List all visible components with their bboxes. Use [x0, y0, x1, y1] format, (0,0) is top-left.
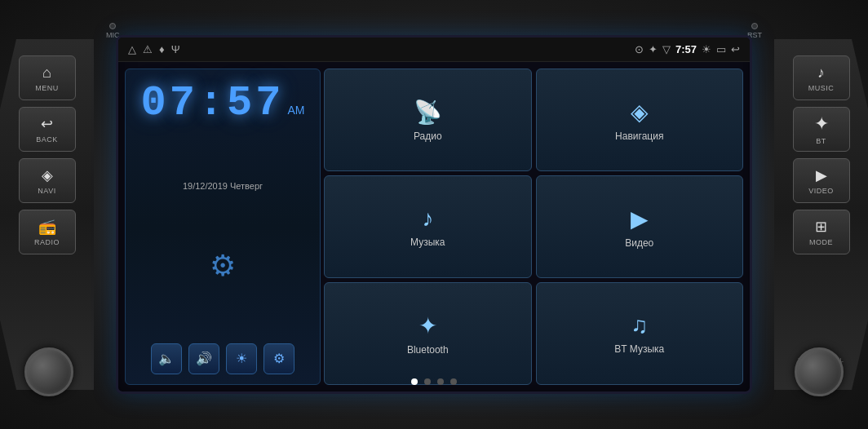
vol-down-icon: 🔈 [158, 351, 175, 366]
menu-button[interactable]: ⌂ MENU [19, 55, 76, 100]
app-tile-radio[interactable]: 📡 Радио [324, 69, 532, 171]
clock-display: 07:57 AM [140, 79, 304, 127]
equalizer-button[interactable]: ⚙ [264, 343, 294, 374]
right-knob[interactable] [795, 347, 844, 396]
navigation-app-label: Навигация [615, 130, 663, 142]
back-button[interactable]: ↩ BACK [19, 107, 76, 152]
status-bar: △ ⚠ ♦ Ψ ⊙ ✦ ▽ 7:57 ☀ ▭ ↩ [118, 38, 750, 62]
music-icon: ♪ [817, 64, 825, 82]
app-grid: 📡 Радио ◈ Навигация ♪ Музыка ▶ Видео ✦ B… [324, 69, 743, 385]
right-panel: ♪ MUSIC ✦ BT ▶ VIDEO ⊞ MODE [774, 39, 868, 390]
video-app-label: Видео [625, 237, 653, 249]
app-tile-music[interactable]: ♪ Музыка [324, 175, 532, 278]
status-right: ⊙ ✦ ▽ 7:57 ☀ ▭ ↩ [635, 43, 740, 55]
page-dot-1[interactable] [424, 378, 431, 385]
back-icon: ↩ [41, 115, 53, 133]
music-app-label: Музыка [410, 237, 445, 248]
left-panel: ⌂ MENU ↩ BACK ◈ NAVI 📻 RADIO [0, 39, 94, 390]
video-button[interactable]: ▶ VIDEO [793, 158, 850, 203]
radio-label: RADIO [34, 238, 60, 246]
music-label: MUSIC [808, 84, 835, 92]
vol-up-icon: 🔊 [196, 351, 212, 366]
gps-icon: ⊙ [635, 43, 644, 55]
content-area: 07:57 AM 19/12/2019 Четверг ⚙ 🔈 🔊 ☀ [118, 62, 750, 391]
navi-button[interactable]: ◈ NAVI [19, 158, 76, 203]
home-status-icon: △ [128, 43, 136, 55]
clock-time: 07:57 [140, 79, 284, 127]
back-label: BACK [36, 135, 58, 144]
left-knob[interactable] [24, 347, 73, 396]
bluetooth-app-icon: ✦ [418, 312, 437, 339]
brightness-button[interactable]: ☀ [226, 343, 257, 374]
main-screen: △ ⚠ ♦ Ψ ⊙ ✦ ▽ 7:57 ☀ ▭ ↩ 07:57 AM [116, 35, 752, 394]
navi-icon: ◈ [42, 166, 53, 184]
clock-date: 19/12/2019 Четверг [183, 181, 263, 191]
brightness-ctrl-icon: ☀ [236, 351, 247, 366]
bt-button[interactable]: ✦ BT [793, 107, 850, 152]
navi-label: NAVI [38, 187, 55, 195]
mic-dot [109, 23, 116, 29]
clock-panel: 07:57 AM 19/12/2019 Четверг ⚙ 🔈 🔊 ☀ [125, 69, 321, 385]
bt-music-app-icon: ♫ [631, 312, 648, 338]
equalizer-icon: ⚙ [273, 351, 285, 366]
app-tile-navigation[interactable]: ◈ Навигация [536, 69, 744, 171]
page-dot-0[interactable] [411, 378, 418, 385]
bt-label: BT [816, 137, 826, 145]
app-tile-video[interactable]: ▶ Видео [536, 175, 744, 278]
battery-icon: ▭ [716, 43, 726, 55]
clock-ampm: AM [288, 104, 305, 117]
car-unit: MIC RST ⌂ MENU ↩ BACK ◈ NAVI 📻 RADIO PWR… [0, 0, 868, 429]
brightness-icon: ☀ [702, 43, 711, 55]
page-dot-3[interactable] [450, 378, 457, 385]
bluetooth-status-icon: ✦ [649, 43, 658, 55]
mode-button[interactable]: ⊞ MODE [793, 210, 850, 254]
app-tile-bluetooth[interactable]: ✦ Bluetooth [324, 282, 532, 385]
back-status-icon: ↩ [731, 43, 740, 55]
radio-app-label: Радио [414, 130, 442, 142]
bluetooth-app-label: Bluetooth [407, 344, 449, 356]
usb-icon: Ψ [171, 43, 180, 55]
video-label: VIDEO [808, 187, 834, 195]
gear-icon: ⚙ [210, 249, 236, 283]
video-app-icon: ▶ [631, 206, 649, 232]
bt-icon: ✦ [814, 113, 829, 135]
vol-up-button[interactable]: 🔊 [188, 343, 219, 374]
music-app-icon: ♪ [422, 206, 433, 232]
clock-gear-button[interactable]: ⚙ [202, 245, 243, 286]
status-left: △ ⚠ ♦ Ψ [128, 43, 180, 55]
bt-music-app-label: BT Музыка [614, 343, 664, 355]
home-icon: ⌂ [42, 64, 51, 82]
radio-app-icon: 📡 [414, 99, 442, 126]
wifi-icon: ▽ [662, 43, 671, 55]
location-icon: ♦ [159, 43, 165, 55]
app-tile-bt-music[interactable]: ♫ BT Музыка [536, 282, 744, 385]
music-button[interactable]: ♪ MUSIC [793, 55, 850, 100]
bottom-controls: 🔈 🔊 ☀ ⚙ [151, 343, 294, 374]
video-icon: ▶ [816, 166, 827, 184]
menu-label: MENU [35, 84, 59, 92]
radio-button[interactable]: 📻 RADIO [19, 210, 76, 254]
warning-icon: ⚠ [143, 43, 153, 55]
page-dot-2[interactable] [437, 378, 444, 385]
rst-dot [751, 23, 758, 29]
radio-icon: 📻 [38, 218, 56, 236]
navigation-app-icon: ◈ [631, 99, 649, 126]
mode-icon: ⊞ [815, 218, 827, 236]
page-dots [411, 378, 457, 385]
vol-down-button[interactable]: 🔈 [151, 343, 182, 374]
status-time: 7:57 [675, 43, 697, 55]
mode-label: MODE [809, 238, 833, 246]
